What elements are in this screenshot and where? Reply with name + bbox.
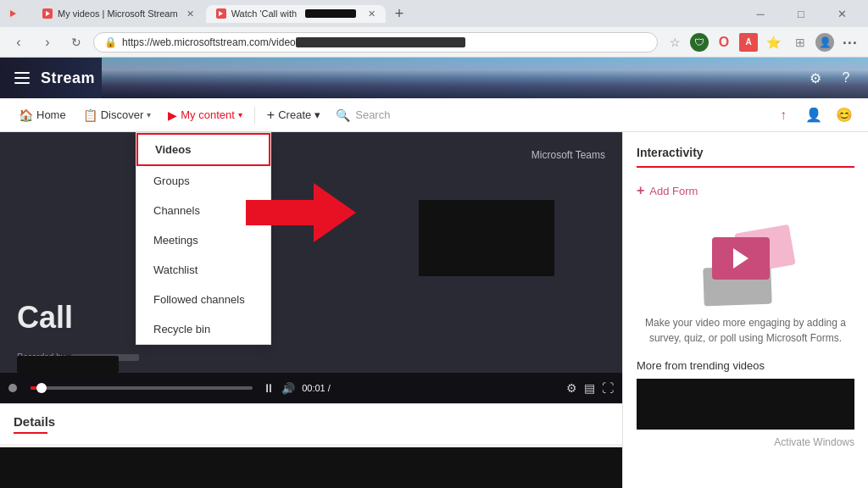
forms-illustration <box>637 220 854 305</box>
search-icon: 🔍 <box>336 108 350 122</box>
subtitles-icon[interactable]: ▤ <box>584 381 595 395</box>
nav-search[interactable]: 🔍 Search <box>336 108 390 122</box>
more-button[interactable]: ⋯ <box>837 30 861 54</box>
nav-create[interactable]: + Create ▾ <box>259 98 329 132</box>
adobe-icon[interactable]: A <box>739 33 758 52</box>
add-form-label: Add Form <box>649 185 698 197</box>
bottom-black-bar <box>0 447 622 488</box>
lock-icon: 🔒 <box>104 36 117 48</box>
minimize-button[interactable]: ─ <box>741 2 780 25</box>
tab-2-label: Watch 'Call with <box>231 8 298 19</box>
nav-create-label: Create <box>278 108 311 121</box>
browser-tab-2[interactable]: Watch 'Call with ✕ <box>206 5 387 23</box>
star-icon[interactable]: ☆ <box>663 30 687 54</box>
pause-button[interactable]: ⏸ <box>263 381 275 395</box>
browser-title-bar: My videos | Microsoft Stream ✕ Watch 'Ca… <box>0 0 868 27</box>
window-controls: ─ □ ✕ <box>741 2 861 25</box>
address-text: https://web.microsoftstream.com/video <box>122 36 647 48</box>
dropdown-videos[interactable]: Videos <box>136 133 270 166</box>
new-tab-button[interactable]: + <box>387 2 411 25</box>
nav-my-content[interactable]: ▶ My content ▾ <box>159 98 251 132</box>
video-ms-teams-label: Microsoft Teams <box>531 149 605 161</box>
progress-dot <box>8 384 17 392</box>
name-redacted <box>17 356 119 373</box>
search-label: Search <box>355 108 390 121</box>
interactivity-underline <box>637 166 854 168</box>
upload-icon[interactable]: ↑ <box>770 102 797 129</box>
dropdown-followed-channels[interactable]: Followed channels <box>136 285 270 314</box>
dropdown-channels[interactable]: Channels <box>136 196 270 225</box>
help-icon[interactable]: ? <box>831 63 861 93</box>
dropdown-meetings[interactable]: Meetings <box>136 225 270 255</box>
bookmark-icon[interactable]: ⭐ <box>761 30 785 54</box>
emoji-icon[interactable]: 😊 <box>831 102 858 129</box>
app-header: Stream ⚙ ? <box>0 58 868 98</box>
volume-icon[interactable]: 🔊 <box>281 382 295 395</box>
discover-chevron-icon: ▾ <box>147 110 151 119</box>
svg-rect-0 <box>14 72 30 74</box>
activate-windows-label: Activate Windows <box>637 436 854 448</box>
right-panel: Interactivity + Add Form Make your video… <box>622 132 868 488</box>
video-controls: ⏸ 🔊 00:01 / ⚙ ▤ ⛶ <box>0 373 622 403</box>
nav-my-content-label: My content <box>181 108 235 121</box>
browser-toolbar: ☆ 🛡 O A ⭐ ⊞ 👤 ⋯ <box>663 30 861 54</box>
address-bar[interactable]: 🔒 https://web.microsoftstream.com/video <box>93 32 658 53</box>
browser-address-bar: ‹ › ↻ 🔒 https://web.microsoftstream.com/… <box>0 27 868 58</box>
video-redacted-block <box>419 200 554 276</box>
nav-home[interactable]: 🏠 Home <box>10 98 75 132</box>
collections-icon[interactable]: ⊞ <box>788 30 812 54</box>
tab-1-close[interactable]: ✕ <box>186 8 194 19</box>
settings-video-icon[interactable]: ⚙ <box>566 381 577 395</box>
profile-nav-icon[interactable]: 👤 <box>800 102 827 129</box>
nav-divider <box>254 107 255 124</box>
browser-tabs: My videos | Microsoft Stream ✕ Watch 'Ca… <box>32 2 734 25</box>
time-display: 00:01 / <box>302 383 331 393</box>
fullscreen-icon[interactable]: ⛶ <box>602 381 614 395</box>
close-button[interactable]: ✕ <box>822 2 861 25</box>
tab-2-close[interactable]: ✕ <box>368 8 376 19</box>
progress-bar[interactable] <box>31 386 253 390</box>
dropdown-watchlist[interactable]: Watchlist <box>136 255 270 285</box>
create-chevron-icon: ▾ <box>314 108 320 121</box>
details-title: Details <box>14 414 609 429</box>
browser-tab-1[interactable]: My videos | Microsoft Stream ✕ <box>32 5 204 23</box>
form-card-magenta <box>712 237 770 280</box>
video-section: Microsoft Teams Call Recorded by ⏸ 🔊 <box>0 132 622 488</box>
interactivity-title: Interactivity <box>637 146 854 159</box>
shield-icon[interactable]: 🛡 <box>690 33 709 52</box>
video-call-label: Call <box>17 300 73 336</box>
forward-button[interactable]: › <box>36 30 59 54</box>
hamburger-menu[interactable] <box>7 63 37 93</box>
my-content-icon: ▶ <box>168 108 177 122</box>
details-section: Details <box>0 403 622 444</box>
video-player: Microsoft Teams Call Recorded by ⏸ 🔊 <box>0 132 622 403</box>
details-underline <box>14 432 47 434</box>
discover-icon: 📋 <box>83 108 97 122</box>
svg-rect-2 <box>14 82 30 84</box>
dropdown-groups[interactable]: Groups <box>136 166 270 196</box>
nav-right: ↑ 👤 😊 <box>770 102 858 129</box>
tab-1-label: My videos | Microsoft Stream <box>58 8 178 19</box>
nav-discover[interactable]: 📋 Discover ▾ <box>75 98 160 132</box>
nav-bar: 🏠 Home 📋 Discover ▾ ▶ My content ▾ + Cre… <box>0 98 868 132</box>
nav-discover-label: Discover <box>101 108 144 121</box>
create-plus-icon: + <box>267 108 275 123</box>
svg-rect-1 <box>14 77 30 79</box>
refresh-button[interactable]: ↻ <box>64 30 88 54</box>
home-icon: 🏠 <box>19 108 33 122</box>
add-form-button[interactable]: + Add Form <box>637 178 854 203</box>
profile-icon[interactable]: 👤 <box>815 33 834 52</box>
opera-icon[interactable]: O <box>712 30 736 54</box>
more-from-label: More from trending videos <box>637 359 765 372</box>
my-content-dropdown: Videos Groups Channels Meetings Watchlis… <box>136 132 271 345</box>
settings-icon[interactable]: ⚙ <box>800 63 831 93</box>
app-logo: Stream <box>41 69 95 87</box>
maximize-button[interactable]: □ <box>782 2 821 25</box>
add-form-plus-icon: + <box>637 183 644 198</box>
back-button[interactable]: ‹ <box>7 30 31 54</box>
nav-home-label: Home <box>36 108 66 121</box>
dropdown-recycle-bin[interactable]: Recycle bin <box>136 314 270 344</box>
main-content: Microsoft Teams Call Recorded by ⏸ 🔊 <box>0 132 868 488</box>
more-from-row: More from trending videos <box>637 359 854 372</box>
forms-desc: Make your video more engaging by adding … <box>637 315 854 346</box>
